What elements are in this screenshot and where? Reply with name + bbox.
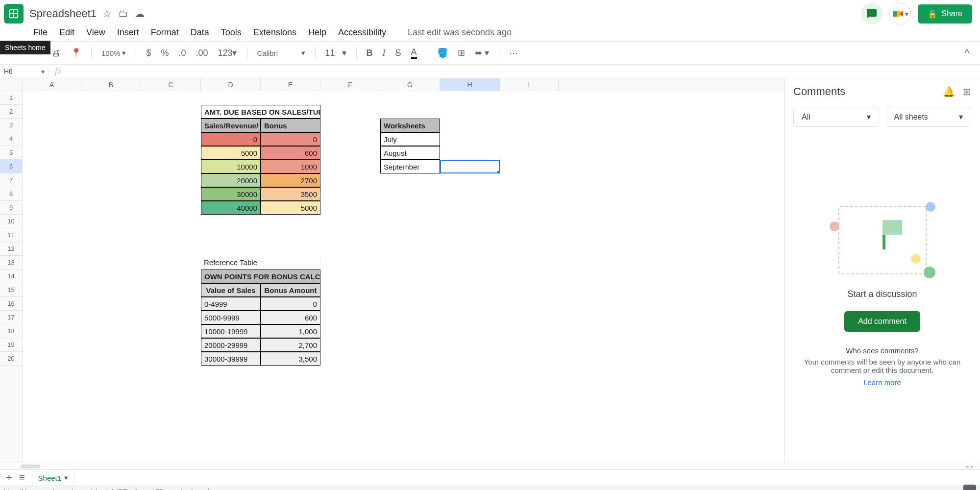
cell[interactable]: OWN POINTS FOR BONUS CALCULATION — [201, 270, 320, 283]
add-comment-icon[interactable]: ⊞ — [963, 86, 971, 98]
row-header-20[interactable]: 20 — [0, 352, 22, 366]
font-select[interactable]: Calibri▾ — [254, 47, 308, 59]
menu-view[interactable]: View — [86, 27, 105, 38]
star-icon[interactable]: ☆ — [102, 8, 111, 20]
cell[interactable]: Reference Table — [201, 256, 320, 270]
menu-edit[interactable]: Edit — [59, 27, 74, 38]
filter-sheets-select[interactable]: All sheets▾ — [886, 107, 972, 127]
print-icon[interactable]: 🖨 — [49, 46, 64, 60]
cell[interactable]: 0-4999 — [201, 297, 261, 311]
italic-icon[interactable]: I — [380, 46, 389, 60]
col-header-G[interactable]: G — [380, 78, 440, 91]
row-header-8[interactable]: 8 — [0, 187, 22, 201]
row-header-17[interactable]: 17 — [0, 311, 22, 324]
cell[interactable]: 10000-19999 — [201, 324, 261, 338]
share-button[interactable]: 🔒 Share — [918, 4, 972, 24]
borders-icon[interactable]: ⊞ — [455, 46, 468, 60]
row-header-2[interactable]: 2 — [0, 105, 22, 119]
row-header-18[interactable]: 18 — [0, 324, 22, 338]
notifications-icon[interactable]: 🔔 — [943, 86, 955, 98]
menu-extensions[interactable]: Extensions — [253, 27, 296, 38]
learn-more-link[interactable]: Learn more — [793, 378, 971, 387]
cell[interactable]: 1000 — [261, 160, 320, 173]
currency-icon[interactable]: $ — [143, 46, 154, 60]
cell[interactable]: Worksheets — [380, 119, 440, 132]
selected-cell[interactable] — [440, 160, 500, 173]
merge-cells-icon[interactable]: ⬌ ▾ — [472, 46, 492, 60]
row-header-3[interactable]: 3 — [0, 119, 22, 132]
row-header-16[interactable]: 16 — [0, 297, 22, 311]
menu-format[interactable]: Format — [151, 27, 179, 38]
cell[interactable]: 20000 — [201, 173, 261, 187]
row-header-1[interactable]: 1 — [0, 91, 22, 105]
col-header-B[interactable]: B — [81, 78, 141, 91]
spreadsheet-grid[interactable]: ABCDEFGHI 123456789101112131415161718192… — [0, 78, 784, 463]
row-header-5[interactable]: 5 — [0, 146, 22, 160]
cell[interactable]: Sales/Revenue/ — [201, 119, 261, 132]
cell[interactable]: August — [380, 146, 440, 160]
sheet-tab-1[interactable]: Sheet1▾ — [32, 471, 75, 484]
row-header-13[interactable]: 13 — [0, 256, 22, 270]
row-header-4[interactable]: 4 — [0, 132, 22, 146]
cell[interactable]: 40000 — [201, 201, 261, 215]
menu-tools[interactable]: Tools — [221, 27, 242, 38]
comment-history-button[interactable] — [861, 3, 882, 24]
cell[interactable]: 5000 — [261, 201, 320, 215]
row-header-15[interactable]: 15 — [0, 283, 22, 297]
row-header-10[interactable]: 10 — [0, 215, 22, 228]
row-header-6[interactable]: 6 — [0, 160, 22, 173]
cell[interactable]: 3500 — [261, 187, 320, 201]
cell[interactable]: 2,700 — [261, 338, 320, 352]
menu-file[interactable]: File — [33, 27, 48, 38]
zoom-select[interactable]: 100% ▾ — [98, 47, 129, 59]
text-color-icon[interactable]: A — [408, 45, 420, 61]
row-header-7[interactable]: 7 — [0, 173, 22, 187]
col-header-A[interactable]: A — [23, 78, 81, 91]
cell[interactable]: 600 — [261, 311, 320, 324]
collapse-toolbar-icon[interactable]: ^ — [965, 48, 969, 59]
col-header-D[interactable]: D — [201, 78, 261, 91]
cell[interactable]: 30000 — [201, 187, 261, 201]
menu-insert[interactable]: Insert — [117, 27, 139, 38]
menu-help[interactable]: Help — [308, 27, 326, 38]
col-header-H[interactable]: H — [440, 78, 500, 91]
all-sheets-icon[interactable]: ≡ — [19, 472, 25, 483]
name-box[interactable]: H6▾ — [0, 67, 49, 76]
cell[interactable]: 0 — [201, 132, 261, 146]
row-header-9[interactable]: 9 — [0, 201, 22, 215]
paint-format-icon[interactable]: 📍 — [68, 46, 84, 60]
cloud-status-icon[interactable]: ☁ — [135, 8, 145, 20]
cell[interactable]: 10000 — [201, 160, 261, 173]
fill-color-icon[interactable]: 🪣 — [434, 46, 451, 60]
cell[interactable]: Value of Sales — [201, 283, 261, 297]
menu-data[interactable]: Data — [191, 27, 209, 38]
cell[interactable]: 30000-39999 — [201, 352, 261, 366]
row-header-19[interactable]: 19 — [0, 338, 22, 352]
cell[interactable]: 1,000 — [261, 324, 320, 338]
more-toolbar-icon[interactable]: ⋯ — [506, 46, 521, 60]
cell[interactable]: Bonus — [261, 119, 320, 132]
cell[interactable]: 0 — [261, 297, 320, 311]
move-icon[interactable]: 🗀 — [118, 8, 128, 20]
cell[interactable]: 5000 — [201, 146, 261, 160]
menu-accessibility[interactable]: Accessibility — [338, 27, 386, 38]
row-header-12[interactable]: 12 — [0, 242, 22, 256]
last-edit-link[interactable]: Last edit was seconds ago — [408, 27, 512, 38]
bold-icon[interactable]: B — [364, 46, 376, 60]
meet-button[interactable]: ▾ — [889, 3, 911, 24]
col-header-F[interactable]: F — [320, 78, 380, 91]
explore-button[interactable] — [963, 485, 976, 490]
decrease-decimal-icon[interactable]: .0 — [175, 46, 189, 60]
col-header-I[interactable]: I — [500, 78, 559, 91]
cell[interactable]: 3,500 — [261, 352, 320, 366]
cell[interactable]: 20000-29999 — [201, 338, 261, 352]
percent-icon[interactable]: % — [158, 46, 172, 60]
cell[interactable]: Bonus Amount — [261, 283, 320, 297]
cell[interactable]: 0 — [261, 132, 320, 146]
cell[interactable]: AMT. DUE BASED ON SALES/TURNOVER — [201, 105, 320, 119]
col-header-E[interactable]: E — [261, 78, 320, 91]
cell[interactable]: July — [380, 132, 440, 146]
increase-decimal-icon[interactable]: .00 — [193, 46, 211, 60]
strikethrough-icon[interactable]: S — [392, 46, 404, 60]
add-comment-button[interactable]: Add comment — [844, 311, 920, 332]
